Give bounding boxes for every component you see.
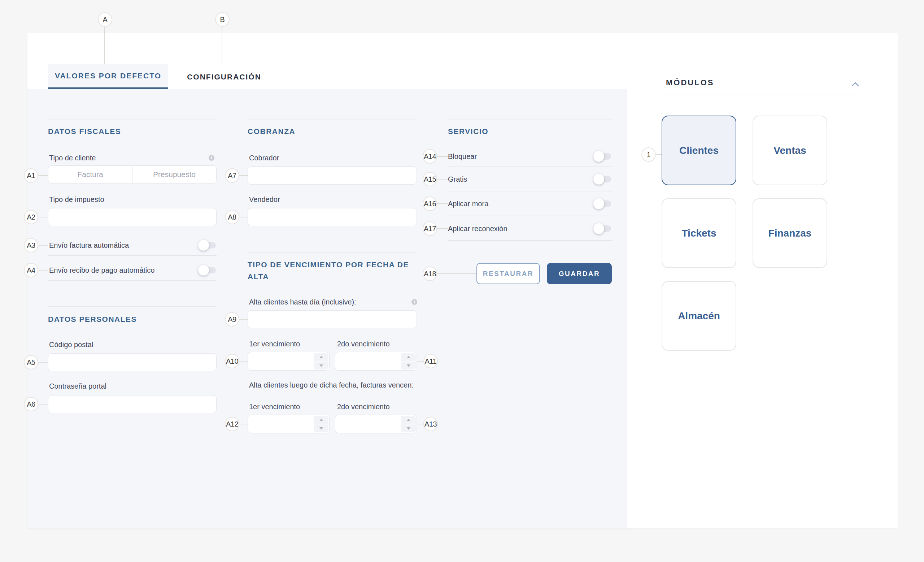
venc1-antes-stepper [248,352,330,371]
bloquear-toggle[interactable] [594,153,611,160]
spinner-up-button[interactable] [401,353,416,361]
info-icon[interactable]: i [208,155,214,161]
toggle-knob [593,223,604,234]
divider-row [448,167,612,167]
annotation-marker-a14: A14 [423,149,437,164]
spinner [314,353,328,370]
segment-presupuesto[interactable]: Presupuesto [132,166,216,183]
annotation-marker-a15: A15 [423,172,437,186]
tab-configuracion[interactable]: CONFIGURACIÓN [189,64,260,89]
annotation-line [239,175,248,176]
annotation-line [239,361,248,362]
codigo-postal-label: Código postal [49,340,93,349]
arrow-down-icon [320,364,323,367]
cobrador-input[interactable] [248,167,417,185]
annotation-marker-a11: A11 [423,354,438,368]
annotation-marker-a13: A13 [423,417,438,431]
chevron-up-icon[interactable] [852,82,858,87]
restaurar-button[interactable]: RESTAURAR [476,263,540,284]
divider-row [448,216,612,216]
arrow-down-icon [407,427,410,430]
vendedor-label: Vendedor [249,195,280,204]
contrasena-portal-label: Contraseña portal [49,382,106,391]
aplicar-mora-label: Aplicar mora [448,199,488,208]
arrow-up-icon [320,356,323,358]
spinner [401,353,416,370]
envio-recibo-toggle[interactable] [199,267,216,273]
annotation-line [437,228,448,229]
aplicar-reconexion-label: Aplicar reconexión [448,224,507,233]
module-card-finanzas[interactable]: Finanzas [753,198,827,268]
annotation-line [417,361,423,362]
tipo-impuesto-label: Tipo de impuesto [49,195,104,204]
divider-row [48,280,217,281]
alta-hasta-input[interactable] [248,310,417,328]
aplicar-mora-toggle[interactable] [594,200,611,207]
alta-hasta-label: Alta clientes hasta día (inclusive): [249,297,356,307]
info-icon[interactable]: i [411,299,417,305]
module-card-almacen[interactable]: Almacén [662,281,736,351]
gratis-toggle[interactable] [594,176,611,182]
spinner-down-button[interactable] [314,424,328,432]
venc2-despues-label: 2do vencimiento [337,402,390,412]
venc2-despues-stepper [335,415,417,433]
annotation-line [437,273,476,274]
annotation-line [437,179,448,179]
contrasena-portal-input[interactable] [48,395,217,413]
gratis-label: Gratis [448,174,467,184]
aplicar-reconexion-toggle[interactable] [594,225,611,232]
settings-screen: VALORES POR DEFECTO CONFIGURACIÓN DATOS … [0,0,924,562]
venc2-antes-label: 2do vencimiento [337,339,390,349]
panel-vertical-divider [627,33,627,528]
tipo-impuesto-input[interactable] [48,208,217,226]
toggle-knob [198,240,209,251]
spinner-up-button[interactable] [314,353,328,361]
divider-datos-fiscales-top [48,120,217,120]
vendedor-input[interactable] [248,208,417,226]
codigo-postal-input[interactable] [48,353,217,371]
tab-valores-por-defecto[interactable]: VALORES POR DEFECTO [48,64,168,89]
annotation-marker-a10: A10 [225,354,239,368]
section-title-vencimiento: TIPO DE VENCIMIENTO POR FECHA DE ALTA [248,258,410,283]
annotation-line [437,203,448,204]
venc1-despues-label: 1er vencimiento [249,402,300,412]
toggle-knob [593,151,604,162]
modulos-header-divider [663,95,858,95]
spinner-down-button[interactable] [401,362,416,370]
annotation-marker-a6: A6 [24,397,38,412]
segment-factura[interactable]: Factura [48,166,132,183]
alta-luego-label: Alta clientes luego de dicha fecha, fact… [249,380,414,390]
annotation-line [38,270,48,270]
annotation-line [38,404,48,404]
annotation-line [239,217,248,218]
annotation-marker-1: 1 [641,147,656,162]
toggle-knob [198,265,209,276]
spinner-up-button[interactable] [314,416,328,424]
annotation-line [38,175,48,176]
spinner-up-button[interactable] [401,416,416,424]
spinner-down-button[interactable] [314,362,328,370]
venc1-despues-stepper [248,415,330,433]
annotation-marker-a4: A4 [24,263,38,277]
divider-row [448,191,612,191]
module-card-tickets[interactable]: Tickets [662,198,736,268]
spinner-down-button[interactable] [401,424,416,432]
annotation-line [656,154,662,155]
section-title-cobranza: COBRANZA [248,127,295,136]
module-card-clientes[interactable]: Clientes [662,116,736,185]
annotation-marker-b: B [215,12,230,27]
annotation-marker-a16: A16 [423,197,437,211]
arrow-down-icon [407,364,410,367]
module-card-ventas[interactable]: Ventas [753,116,827,185]
annotation-line [38,245,48,246]
annotation-line [38,362,48,363]
guardar-button[interactable]: GUARDAR [547,263,612,284]
divider-cobranza-top [248,120,417,120]
arrow-up-icon [320,419,323,421]
bloquear-label: Bloquear [448,152,477,161]
cobrador-label: Cobrador [249,153,279,162]
form-content-background [27,89,627,528]
envio-factura-toggle[interactable] [199,242,216,248]
arrow-up-icon [407,356,410,358]
annotation-marker-a3: A3 [24,238,38,252]
